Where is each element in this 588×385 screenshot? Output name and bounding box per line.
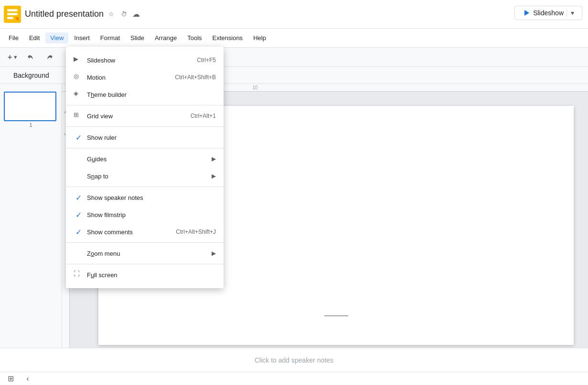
filmstrip-toggle-btn[interactable]: ‹ [21,372,34,385]
slide-number: 1 [4,122,58,128]
menu-section-zoom: · Zoom menu ▶ [66,243,224,264]
grid-view-shortcut: Ctrl+Alt+1 [191,113,216,119]
full-screen-icon: ⛶ [74,270,83,280]
comments-shortcut: Ctrl+Alt+Shift+J [176,229,216,235]
menu-section-guides: · Guides ▶ · Snap to ▶ [66,148,224,187]
show-filmstrip-label: Show filmstrip [87,211,216,219]
slideshow-menu-icon: ▶ [74,55,83,65]
bottom-bar: ⊞ ‹ [0,372,588,385]
speaker-notes-check: ✓ [74,193,83,202]
show-ruler-label: Show ruler [87,134,216,141]
show-comments-label: Show comments [87,229,176,236]
menu-format[interactable]: Format [96,32,125,43]
grid-view-label: Grid view [87,113,191,120]
zoom-arrow: ▶ [212,250,216,257]
cloud-save-icon[interactable]: ☁ [131,10,141,19]
redo-btn[interactable] [41,51,57,63]
plus-icon: + [8,53,12,62]
slide-panel: 1 [0,84,62,350]
grid-view-btn[interactable]: ⊞ [4,372,17,385]
menu-section-view-modes: ▶ Slideshow Ctrl+F5 ◎ Motion Ctrl+Alt+Sh… [66,50,224,105]
grid-view-icon: ⊞ [74,111,83,121]
new-slide-btn[interactable]: + ▾ [4,51,21,63]
redo-icon [45,53,53,62]
dropdown-item-show-ruler[interactable]: ✓ Show ruler [66,129,224,146]
undo-icon [27,53,35,62]
menu-section-ruler: ✓ Show ruler [66,127,224,148]
menu-section-grid: ⊞ Grid view Ctrl+Alt+1 [66,105,224,127]
menu-extensions[interactable]: Extensions [208,32,248,43]
menu-arrange[interactable]: Arrange [150,32,182,43]
title-left: Untitled presentation ☆ ⏱ ☁ [4,6,141,23]
slide-decoration [324,315,348,316]
svg-rect-3 [7,17,13,19]
speaker-notes[interactable]: Click to add speaker notes [0,348,588,372]
slideshow-menu-label: Slideshow [87,57,197,64]
menu-section-show: ✓ Show speaker notes ✓ Show filmstrip ✓ … [66,187,224,243]
title-bar: Untitled presentation ☆ ⏱ ☁ ⏱ 💬 Slidesho… [0,0,588,29]
snap-to-arrow: ▶ [212,173,216,179]
dropdown-item-show-comments[interactable]: ✓ Show comments Ctrl+Alt+Shift+J [66,223,224,240]
svg-rect-1 [7,9,18,11]
menu-edit[interactable]: Edit [24,32,44,43]
dropdown-item-grid-view[interactable]: ⊞ Grid view Ctrl+Alt+1 [66,107,224,125]
slideshow-button[interactable]: Slideshow ▾ [514,6,582,20]
tab-background[interactable]: Background [4,69,59,82]
motion-menu-label: Motion [87,74,175,81]
motion-menu-icon: ◎ [74,73,83,82]
guides-label: Guides [87,156,212,163]
dropdown-item-show-filmstrip[interactable]: ✓ Show filmstrip [66,206,224,223]
dropdown-item-slideshow[interactable]: ▶ Slideshow Ctrl+F5 [66,52,224,69]
menu-bar: File Edit View Insert Format Slide Arran… [0,29,588,48]
menu-section-fullscreen: ⛶ Full screen [66,264,224,285]
menu-help[interactable]: Help [248,32,271,43]
dropdown-item-theme-builder[interactable]: ◈ Theme builder [66,86,224,103]
new-slide-arrow: ▾ [14,53,17,61]
comments-check: ✓ [74,227,83,237]
menu-tools[interactable]: Tools [182,32,206,43]
slideshow-shortcut: Ctrl+F5 [197,57,216,63]
slideshow-dropdown-arrow: ▾ [567,9,574,17]
menu-file[interactable]: File [4,32,23,43]
title-area: Untitled presentation ☆ ⏱ ☁ [25,9,141,20]
snap-to-icon-placeholder: · [74,171,83,181]
history-icon[interactable]: ⏱ [119,10,128,19]
snap-to-label: Snap to [87,173,212,180]
svg-rect-2 [7,13,18,15]
header-actions: ⏱ 💬 Slideshow ▾ [525,6,584,23]
undo-btn[interactable] [23,51,39,63]
menu-view[interactable]: View [45,32,68,43]
zoom-menu-icon-placeholder: · [74,249,83,258]
menu-slide[interactable]: Slide [126,32,149,43]
zoom-menu-label: Zoom menu [87,250,212,257]
motion-shortcut: Ctrl+Alt+Shift+B [175,74,216,81]
dropdown-item-snap-to[interactable]: · Snap to ▶ [66,167,224,185]
slide-thumbnail-1[interactable] [4,92,56,121]
dropdown-item-guides[interactable]: · Guides ▶ [66,150,224,167]
full-screen-label: Full screen [87,271,216,279]
theme-builder-icon: ◈ [74,90,83,99]
dropdown-item-full-screen[interactable]: ⛶ Full screen [66,266,224,283]
filmstrip-check: ✓ [74,210,83,219]
dropdown-item-show-speaker-notes[interactable]: ✓ Show speaker notes [66,189,224,206]
doc-title[interactable]: Untitled presentation [25,9,104,20]
svg-marker-8 [524,10,529,16]
slideshow-play-icon [523,9,530,17]
app-logo [4,6,21,23]
star-icon[interactable]: ☆ [107,10,116,19]
guides-arrow: ▶ [212,156,216,162]
dropdown-item-zoom-menu[interactable]: · Zoom menu ▶ [66,245,224,262]
show-ruler-check: ✓ [74,133,83,142]
guides-icon-placeholder: · [74,154,83,164]
speaker-notes-placeholder: Click to add speaker notes [255,356,333,364]
dropdown-item-motion[interactable]: ◎ Motion Ctrl+Alt+Shift+B [66,69,224,86]
menu-insert[interactable]: Insert [69,32,95,43]
dropdown-menu: ▶ Slideshow Ctrl+F5 ◎ Motion Ctrl+Alt+Sh… [66,47,224,288]
show-speaker-notes-label: Show speaker notes [87,194,216,201]
theme-builder-label: Theme builder [87,91,216,98]
